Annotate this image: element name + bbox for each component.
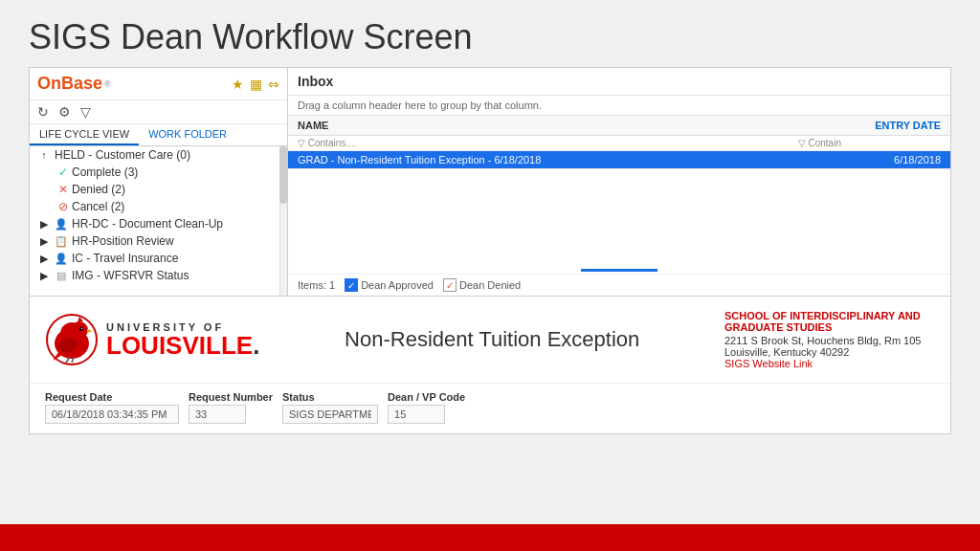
- settings-icon[interactable]: ⚙: [58, 104, 71, 120]
- field-request-date: Request Date: [45, 391, 179, 424]
- sidebar-header: OnBase ® ★ ▦ ⇔: [30, 68, 287, 100]
- field-dean-vp-code: Dean / VP Code: [388, 391, 465, 424]
- held-icon: ↑: [37, 149, 51, 161]
- inbox-title: Inbox: [288, 68, 950, 96]
- sidebar-item-held[interactable]: ↑ HELD - Customer Care (0): [30, 146, 287, 164]
- filter-icon[interactable]: ▽: [80, 104, 91, 120]
- tab-work-folder[interactable]: WORK FOLDER: [139, 124, 236, 145]
- inbox-drag-hint: Drag a column header here to group by th…: [288, 96, 950, 116]
- approved-check-icon: ✓: [345, 278, 358, 292]
- col-name-header: NAME: [288, 116, 789, 136]
- sidebar-item-hrdc[interactable]: ▶ 👤 HR-DC - Document Clean-Up: [30, 215, 287, 232]
- col-name-filter[interactable]: ▽ Contains....: [288, 136, 789, 151]
- dept-title: SCHOOL OF INTERDISCIPLINARY AND GRADUATE…: [724, 310, 935, 333]
- request-date-input[interactable]: [45, 405, 179, 424]
- denied-check-icon: ✓: [443, 278, 457, 292]
- legend-approved-label: Dean Approved: [361, 279, 434, 291]
- univ-louisville-text: LOUISVILLE.: [106, 333, 259, 358]
- field-request-number: Request Number: [189, 391, 273, 424]
- dean-vp-code-label: Dean / VP Code: [388, 391, 465, 403]
- cancel-icon: ⊘: [58, 200, 68, 213]
- expand-icon: ▶: [37, 218, 51, 231]
- onbase-logo-text: OnBase: [37, 74, 102, 94]
- sigs-website-link[interactable]: SIGS Website Link: [724, 358, 813, 369]
- sidebar-item-denied[interactable]: ✕ Denied (2): [30, 181, 287, 198]
- address-line2: Louisville, Kentucky 40292: [724, 346, 935, 358]
- sidebar-item-label: Denied (2): [72, 183, 125, 196]
- cardinal-bird-icon: [45, 313, 99, 366]
- sidebar-item-img[interactable]: ▶ ▤ IMG - WFSRVR Status: [30, 267, 287, 284]
- form-fields: Request Date Request Number Status Dean …: [30, 383, 950, 433]
- folder-icon: ▤: [55, 270, 68, 282]
- university-contact: SCHOOL OF INTERDISCIPLINARY AND GRADUATE…: [724, 310, 935, 369]
- sidebar: OnBase ® ★ ▦ ⇔ ↻ ⚙ ▽ LIFE CYCLE VIEW WOR…: [30, 68, 288, 296]
- sidebar-item-cancel[interactable]: ⊘ Cancel (2): [30, 198, 287, 215]
- expand-icon3: ▶: [37, 253, 51, 265]
- sidebar-toolbar: ↻ ⚙ ▽: [30, 100, 287, 124]
- col-date-filter[interactable]: ▽ Contain: [789, 136, 950, 151]
- row-name: GRAD - Non-Resident Tuition Exception - …: [288, 151, 789, 169]
- onbase-logo: OnBase ®: [37, 74, 111, 94]
- legend-denied-label: Dean Denied: [459, 279, 521, 291]
- sidebar-item-complete[interactable]: ✓ Complete (3): [30, 164, 287, 181]
- scrollbar-thumb[interactable]: [279, 146, 287, 204]
- bottom-bar: [0, 524, 980, 551]
- request-number-input[interactable]: [189, 405, 246, 424]
- legend-denied: ✓ Dean Denied: [443, 278, 521, 292]
- sidebar-item-label: Cancel (2): [72, 200, 124, 213]
- svg-point-2: [71, 321, 88, 339]
- onbase-logo-tm: ®: [104, 79, 111, 89]
- sidebar-item-hrposition[interactable]: ▶ 📋 HR-Position Review: [30, 232, 287, 250]
- table-row[interactable]: GRAD - Non-Resident Tuition Exception - …: [288, 151, 950, 169]
- form-title: Non-Resident Tuition Exception: [278, 310, 705, 369]
- univ-inner: UNIVERSITY OF LOUISVILLE. Non-Resident T…: [30, 297, 950, 383]
- request-number-label: Request Number: [189, 391, 273, 403]
- sidebar-item-label: HR-Position Review: [72, 234, 174, 248]
- address-line1: 2211 S Brook St, Houchens Bldg, Rm 105: [724, 335, 935, 346]
- complete-icon: ✓: [58, 165, 68, 179]
- sidebar-items: ↑ HELD - Customer Care (0) ✓ Complete (3…: [30, 146, 287, 296]
- main-content: OnBase ® ★ ▦ ⇔ ↻ ⚙ ▽ LIFE CYCLE VIEW WOR…: [0, 67, 980, 434]
- inbox-panel: Inbox Drag a column header here to group…: [288, 68, 950, 296]
- sidebar-item-label: HELD - Customer Care (0): [55, 148, 190, 162]
- status-input[interactable]: [282, 405, 378, 424]
- university-name: UNIVERSITY OF LOUISVILLE.: [106, 321, 259, 358]
- field-status: Status: [282, 391, 378, 424]
- svg-point-4: [79, 327, 83, 331]
- request-date-label: Request Date: [45, 391, 179, 403]
- expand-icon4: ▶: [37, 270, 51, 282]
- person-icon2: 👤: [55, 253, 68, 265]
- divider: [581, 269, 657, 272]
- tab-lifecycle-view[interactable]: LIFE CYCLE VIEW: [30, 124, 139, 145]
- sidebar-item-label: HR-DC - Document Clean-Up: [72, 217, 223, 231]
- refresh-icon[interactable]: ↻: [37, 104, 49, 120]
- legend-approved: ✓ Dean Approved: [345, 278, 434, 292]
- grid-icon[interactable]: ▦: [250, 77, 262, 92]
- items-count: Items: 1: [298, 279, 335, 291]
- star-icon[interactable]: ★: [232, 77, 244, 92]
- status-label: Status: [282, 391, 378, 403]
- onbase-panel: OnBase ® ★ ▦ ⇔ ↻ ⚙ ▽ LIFE CYCLE VIEW WOR…: [29, 67, 951, 297]
- row-date: 6/18/2018: [789, 151, 950, 169]
- arrow-icon[interactable]: ⇔: [268, 77, 279, 92]
- sidebar-item-label: IC - Travel Insurance: [72, 252, 178, 265]
- dean-vp-code-input[interactable]: [388, 405, 445, 424]
- expand-icon2: ▶: [37, 235, 51, 248]
- svg-point-5: [81, 328, 82, 329]
- university-panel: UNIVERSITY OF LOUISVILLE. Non-Resident T…: [29, 297, 951, 434]
- inbox-footer: Items: 1 ✓ Dean Approved ✓ Dean Denied: [288, 274, 950, 296]
- page-title: SIGS Dean Workflow Screen: [0, 0, 980, 67]
- denied-icon: ✕: [58, 183, 68, 196]
- person-icon: 👤: [55, 218, 68, 231]
- sidebar-tabs: LIFE CYCLE VIEW WORK FOLDER: [30, 124, 287, 146]
- sidebar-item-ic[interactable]: ▶ 👤 IC - Travel Insurance: [30, 250, 287, 267]
- svg-marker-3: [87, 329, 93, 333]
- sidebar-item-label: Complete (3): [72, 165, 138, 179]
- inbox-table: NAME ENTRY DATE ▽ Contains.... ▽ Contain…: [288, 116, 950, 169]
- col-date-header: ENTRY DATE: [789, 116, 950, 136]
- sidebar-icons: ★ ▦ ⇔: [232, 77, 279, 92]
- scrollbar-track[interactable]: [279, 146, 287, 296]
- sidebar-item-label: IMG - WFSRVR Status: [72, 269, 189, 282]
- doc-icon: 📋: [55, 235, 68, 248]
- university-logo-area: UNIVERSITY OF LOUISVILLE.: [45, 310, 259, 369]
